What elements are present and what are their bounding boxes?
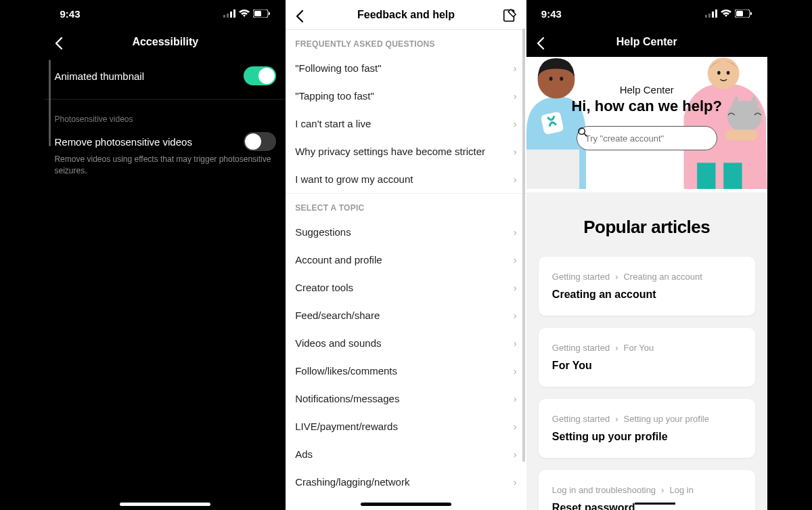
header: Help Center <box>526 27 767 57</box>
scrollbar[interactable] <box>49 60 51 146</box>
remove-photosensitive-label: Remove photosensitive videos <box>54 136 191 148</box>
home-indicator[interactable] <box>361 503 451 506</box>
help-center-screen: 9:43 Help Center <box>526 0 767 510</box>
topic-label: Suggestions <box>295 226 351 238</box>
chevron-right-icon: › <box>661 485 664 495</box>
topic-label: Account and profile <box>295 254 382 265</box>
signal-icon <box>705 9 717 18</box>
chevron-right-icon: › <box>514 476 517 488</box>
animated-thumbnail-toggle[interactable] <box>244 66 276 85</box>
battery-icon <box>735 9 752 18</box>
svg-rect-24 <box>725 129 758 140</box>
svg-point-17 <box>560 77 563 81</box>
compose-button[interactable] <box>502 8 518 24</box>
topic-label: Creator tools <box>295 282 353 293</box>
hero-subtitle: Help Center <box>526 84 767 95</box>
signal-icon <box>223 9 235 18</box>
wifi-icon <box>721 9 731 18</box>
battery-icon <box>253 9 271 18</box>
faq-label: "Tapping too fast" <box>295 90 374 102</box>
faq-item[interactable]: I want to grow my account› <box>286 165 526 193</box>
topic-item[interactable]: Videos and sounds› <box>286 329 526 357</box>
faq-label: "Following too fast" <box>295 62 381 74</box>
chevron-right-icon: › <box>514 393 517 404</box>
back-button[interactable] <box>292 8 309 24</box>
faq-label: Why privacy settings have become stricte… <box>295 146 485 157</box>
home-indicator[interactable] <box>635 503 675 505</box>
svg-rect-11 <box>715 9 717 18</box>
article-card[interactable]: Getting started › Setting up your profil… <box>539 399 755 458</box>
hero-illustration <box>526 57 767 189</box>
accessibility-screen: 9:43 Accessibility Animated thumbnail Ph… <box>45 0 286 510</box>
svg-rect-26 <box>723 163 742 189</box>
chevron-right-icon: › <box>615 414 618 424</box>
svg-line-28 <box>584 133 587 136</box>
svg-rect-8 <box>705 15 707 18</box>
scrollbar[interactable] <box>522 28 525 462</box>
svg-rect-9 <box>708 14 710 18</box>
svg-rect-25 <box>697 163 715 189</box>
topic-item[interactable]: Ads› <box>286 440 526 468</box>
topic-item[interactable]: Creator tools› <box>286 274 526 301</box>
search-input[interactable] <box>585 133 708 144</box>
search-field[interactable] <box>577 126 717 150</box>
breadcrumb: Getting started › Setting up your profil… <box>552 414 742 424</box>
remove-photosensitive-toggle[interactable] <box>244 132 276 151</box>
faq-label: I can't start a live <box>295 118 371 129</box>
topic-item[interactable]: Crashing/lagging/network› <box>286 468 526 496</box>
svg-rect-19 <box>526 150 579 190</box>
topic-label: Videos and sounds <box>295 337 381 349</box>
svg-rect-0 <box>223 15 225 18</box>
svg-rect-5 <box>254 11 261 16</box>
topic-label: LIVE/payment/rewards <box>295 421 398 432</box>
article-card[interactable]: Getting started › For You For You <box>539 328 755 387</box>
topic-label: Crashing/lagging/network <box>295 476 409 488</box>
status-bar: 9:43 <box>526 0 767 27</box>
faq-item[interactable]: Why privacy settings have become stricte… <box>286 137 526 165</box>
section-header-photosensitive: Photosensitive videos <box>45 104 286 128</box>
svg-rect-6 <box>269 12 270 15</box>
topic-label: Ads <box>295 448 313 460</box>
status-time: 9:43 <box>541 8 562 20</box>
back-button[interactable] <box>533 35 549 51</box>
svg-rect-2 <box>230 12 232 18</box>
page-title: Feedback and help <box>357 9 455 21</box>
topic-item[interactable]: Notifications/messages› <box>286 385 526 412</box>
status-time: 9:43 <box>60 8 80 20</box>
page-title: Help Center <box>616 36 677 48</box>
faq-item[interactable]: "Following too fast"› <box>286 54 526 82</box>
topic-item[interactable]: Suggestions› <box>286 218 526 246</box>
article-title: For You <box>552 360 742 372</box>
topic-label: Feed/search/share <box>295 310 380 321</box>
topic-item[interactable]: LIVE/payment/rewards› <box>286 412 526 440</box>
article-title: Setting up your profile <box>552 431 742 443</box>
status-icons <box>705 9 752 18</box>
svg-point-22 <box>727 71 729 75</box>
svg-rect-14 <box>750 12 752 15</box>
breadcrumb: Log in and troubleshooting › Log in <box>552 485 742 495</box>
faq-item[interactable]: I can't start a live› <box>286 110 526 137</box>
back-button[interactable] <box>51 35 68 51</box>
home-indicator[interactable] <box>120 503 210 506</box>
chevron-right-icon: › <box>514 421 517 432</box>
status-bar: 9:43 <box>45 0 286 27</box>
svg-point-16 <box>549 77 553 81</box>
header: Accessibility <box>45 27 286 57</box>
faq-header: FREQUENTLY ASKED QUESTIONS <box>286 30 526 54</box>
chevron-left-icon <box>292 8 309 24</box>
faq-item[interactable]: "Tapping too fast"› <box>286 82 526 110</box>
search-icon <box>577 127 588 137</box>
hero: Help Center Hi, how can we help? <box>526 57 767 192</box>
wifi-icon <box>239 9 250 18</box>
article-title: Creating an account <box>552 289 742 301</box>
topic-header: SELECT A TOPIC <box>286 194 526 218</box>
topic-item[interactable]: Account and profile› <box>286 246 526 274</box>
topic-item[interactable]: Feed/search/share› <box>286 301 526 329</box>
chevron-right-icon: › <box>514 226 517 238</box>
topic-item[interactable]: Follow/likes/comments› <box>286 357 526 385</box>
chevron-right-icon: › <box>514 365 517 377</box>
chevron-left-icon <box>533 35 549 51</box>
animated-thumbnail-label: Animated thumbnail <box>54 70 144 82</box>
article-card[interactable]: Getting started › Creating an account Cr… <box>539 257 755 316</box>
chevron-right-icon: › <box>514 173 517 185</box>
